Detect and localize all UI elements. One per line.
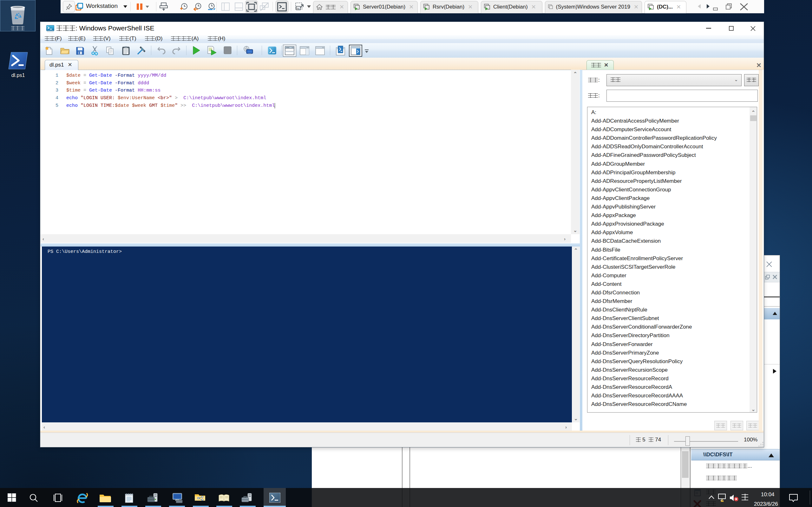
svg-text:%: % (297, 7, 300, 10)
